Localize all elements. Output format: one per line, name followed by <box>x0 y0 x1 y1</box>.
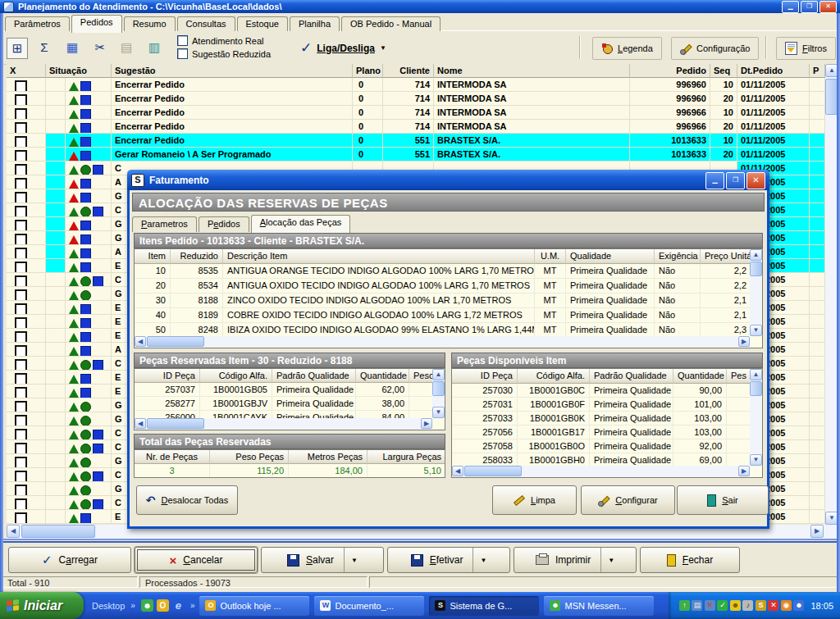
grid-header-pedido[interactable]: Pedido <box>630 64 710 78</box>
tab-par-metros[interactable]: Parâmetros <box>5 16 70 32</box>
tab-resumo[interactable]: Resumo <box>124 16 176 32</box>
taskbar-task-msn[interactable]: ☻MSN Messen... <box>544 596 654 616</box>
scroll-left-icon[interactable]: ◀ <box>7 525 20 538</box>
cancel-button[interactable]: ×Cancelar <box>135 547 258 573</box>
network-icon[interactable]: ▤ <box>692 600 702 611</box>
table-hscrollbar[interactable]: ◀▶ <box>135 336 750 348</box>
row-checkbox[interactable] <box>15 164 27 175</box>
column-header[interactable]: Preço Unitário <box>701 249 750 264</box>
grid-row[interactable]: Gerar Romaneio \ A Ser Programado0551BRA… <box>0 148 825 162</box>
row-checkbox[interactable] <box>15 345 27 357</box>
row-checkbox[interactable] <box>15 122 27 134</box>
configure-button[interactable]: Configurar <box>581 485 675 515</box>
row-checkbox[interactable] <box>15 317 27 329</box>
dialog-tab-aloca-o-das-pe-as[interactable]: Alocação das Peças <box>251 215 351 233</box>
grid-header-cliente[interactable]: Cliente <box>383 64 434 78</box>
column-header[interactable]: ID Peça <box>452 369 518 384</box>
tab-consultas[interactable]: Consultas <box>177 16 235 32</box>
column-header[interactable]: Quantidade <box>673 369 727 384</box>
table-row[interactable]: 2580331B0001GBH0Primeira Qualidade69,00 <box>452 453 750 466</box>
row-checkbox[interactable] <box>15 108 27 120</box>
grid-header-plano[interactable]: Plano <box>353 64 383 78</box>
table-row[interactable]: 2570331B0001GB0KPrimeira Qualidade103,00 <box>452 412 750 426</box>
chevron-down-icon[interactable]: ▼ <box>380 44 386 52</box>
column-header[interactable]: Peso <box>409 369 432 383</box>
paste-icon[interactable]: ▤ <box>116 38 136 57</box>
row-checkbox[interactable] <box>15 401 27 412</box>
minimize-icon[interactable]: ▁ <box>782 1 799 13</box>
table-row[interactable]: 2582771B0001GBJVPrimeira Qualidade38,00 <box>135 397 432 411</box>
clear-button[interactable]: Limpa <box>492 485 577 515</box>
row-checkbox[interactable] <box>15 275 27 287</box>
network-offline-icon[interactable]: ✕ <box>705 600 715 611</box>
error-icon[interactable]: ✕ <box>768 600 778 611</box>
table-vscrollbar[interactable]: ▲▼ <box>750 369 762 466</box>
table-hscrollbar[interactable]: ◀▶ <box>135 418 432 430</box>
row-checkbox[interactable] <box>15 387 27 398</box>
tree-icon[interactable]: ⊞ <box>7 38 28 59</box>
table-row[interactable]: 208534ANTIGUA OXIDO TECIDO INDIGO ALGODA… <box>135 279 750 294</box>
row-checkbox[interactable] <box>15 457 27 468</box>
row-checkbox[interactable] <box>15 220 27 231</box>
row-checkbox[interactable] <box>15 192 27 203</box>
grid-row[interactable]: Encerrar Pedido0714INTERMODA SA996960200… <box>0 92 825 106</box>
row-checkbox[interactable] <box>15 248 27 259</box>
row-checkbox[interactable] <box>15 512 27 524</box>
scroll-up-icon[interactable]: ▲ <box>750 249 762 261</box>
commit-button[interactable]: Efetivar▼ <box>387 547 510 573</box>
hscroll-thumb[interactable] <box>21 525 95 538</box>
dropdown-arrow-icon[interactable]: ▼ <box>600 548 614 572</box>
vscroll-thumb[interactable] <box>750 381 762 396</box>
vscroll-thumb[interactable] <box>432 381 445 396</box>
desktop-label[interactable]: Desktop <box>92 601 125 611</box>
table-hscrollbar[interactable]: ◀▶ <box>452 466 750 477</box>
row-checkbox[interactable] <box>15 485 27 496</box>
scroll-left-icon[interactable]: ◀ <box>452 466 463 476</box>
taskbar-task-word[interactable]: WDocumento_... <box>314 596 424 616</box>
minimize-icon[interactable]: ▁ <box>705 172 724 189</box>
outlook-icon[interactable]: O <box>157 599 169 612</box>
column-header[interactable]: ID Peça <box>135 369 200 383</box>
grid-header-seq[interactable]: Seq <box>710 64 737 78</box>
dialog-tab-pedidos[interactable]: Pedidos <box>199 216 249 232</box>
scroll-right-icon[interactable]: ▶ <box>738 466 750 476</box>
row-checkbox[interactable] <box>15 150 27 162</box>
scroll-up-icon[interactable]: ▲ <box>432 369 445 380</box>
scroll-right-icon[interactable]: ▶ <box>421 418 432 429</box>
row-checkbox[interactable] <box>15 80 27 92</box>
column-header[interactable]: Padrão Qualidade <box>590 369 673 384</box>
row-checkbox[interactable] <box>15 234 27 245</box>
scroll-left-icon[interactable]: ◀ <box>135 418 146 429</box>
scroll-left-icon[interactable]: ◀ <box>135 336 146 347</box>
vscroll-thumb[interactable] <box>750 262 762 276</box>
checkbox-atendimento-real[interactable]: Atendimento Real <box>177 35 263 46</box>
column-header[interactable]: Código Alfa. <box>518 369 590 384</box>
column-header[interactable]: Item <box>135 249 171 264</box>
users-icon[interactable]: ☻ <box>793 600 804 611</box>
tab-estoque[interactable]: Estoque <box>237 16 288 32</box>
hscroll-thumb[interactable] <box>147 336 204 347</box>
cut-icon[interactable]: ✂ <box>90 38 110 57</box>
grid-header-sit[interactable]: Situação <box>46 64 112 78</box>
close-icon[interactable]: ✕ <box>746 172 765 189</box>
close-button[interactable]: Fechar <box>640 547 740 573</box>
grid-row[interactable]: Encerrar Pedido0714INTERMODA SA996960100… <box>0 78 825 92</box>
checkbox-sugestao-reduzida[interactable]: Sugestão Reduzida <box>177 48 271 59</box>
notes-icon[interactable]: ▥ <box>144 38 164 57</box>
column-header[interactable]: Descrição Item <box>223 249 535 264</box>
row-checkbox[interactable] <box>15 262 27 273</box>
dialog-tab-parametros[interactable]: Parametros <box>132 216 197 232</box>
scroll-right-icon[interactable]: ▶ <box>738 336 750 347</box>
row-checkbox[interactable] <box>15 471 27 482</box>
ie-icon[interactable]: e <box>172 599 185 612</box>
safely-remove-icon[interactable]: ↑ <box>679 600 690 611</box>
row-checkbox[interactable] <box>15 303 27 315</box>
column-header[interactable]: Padrão Qualidade <box>272 369 356 383</box>
scroll-down-icon[interactable]: ▼ <box>750 325 762 336</box>
taskbar-task-system[interactable]: SSistema de G... <box>429 596 539 616</box>
volume-icon[interactable]: ♪ <box>742 600 753 611</box>
sum-icon[interactable]: Σ <box>34 38 54 57</box>
table-vscrollbar[interactable]: ▲▼ <box>432 369 445 418</box>
table-row[interactable]: 508248IBIZA OXIDO TECIDO INDIGO ALGODAO … <box>135 323 750 336</box>
clock[interactable]: 18:05 <box>810 601 833 611</box>
